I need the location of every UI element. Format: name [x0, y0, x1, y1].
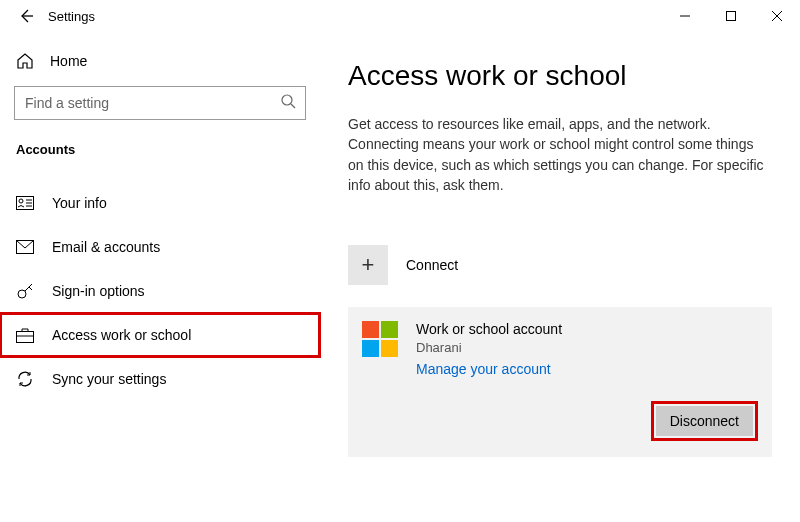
microsoft-logo-icon: [362, 321, 398, 357]
sidebar-item-access-work-school[interactable]: Access work or school: [0, 313, 320, 357]
svg-rect-15: [17, 332, 34, 343]
account-card[interactable]: Work or school account Dharani Manage yo…: [348, 307, 772, 457]
window-title: Settings: [48, 9, 95, 24]
main-panel: Access work or school Get access to reso…: [320, 32, 800, 522]
account-user: Dharani: [416, 340, 562, 355]
briefcase-icon: [16, 326, 34, 344]
connect-button[interactable]: + Connect: [348, 245, 772, 285]
sidebar-item-your-info[interactable]: Your info: [0, 181, 320, 225]
search-input[interactable]: [14, 86, 306, 120]
mail-icon: [16, 238, 34, 256]
svg-point-12: [18, 290, 26, 298]
back-icon[interactable]: [18, 8, 34, 24]
svg-line-13: [25, 284, 32, 291]
sidebar-item-label: Sign-in options: [52, 283, 145, 299]
sidebar-item-label: Access work or school: [52, 327, 191, 343]
sidebar-item-sync[interactable]: Sync your settings: [0, 357, 320, 401]
sync-icon: [16, 370, 34, 388]
page-title: Access work or school: [348, 60, 772, 92]
manage-account-link[interactable]: Manage your account: [416, 361, 562, 377]
svg-rect-1: [727, 12, 736, 21]
disconnect-highlight: Disconnect: [651, 401, 758, 441]
plus-icon: +: [348, 245, 388, 285]
section-header: Accounts: [0, 136, 320, 181]
minimize-button[interactable]: [662, 0, 708, 32]
page-description: Get access to resources like email, apps…: [348, 114, 768, 195]
connect-label: Connect: [406, 257, 458, 273]
home-label: Home: [50, 53, 87, 69]
search-icon: [280, 93, 296, 113]
sidebar-item-signin[interactable]: Sign-in options: [0, 269, 320, 313]
home-icon: [16, 52, 34, 70]
key-icon: [16, 282, 34, 300]
person-card-icon: [16, 194, 34, 212]
maximize-button[interactable]: [708, 0, 754, 32]
sidebar-item-label: Email & accounts: [52, 239, 160, 255]
home-nav[interactable]: Home: [0, 46, 320, 82]
titlebar: Settings: [0, 0, 800, 32]
account-title: Work or school account: [416, 321, 562, 337]
disconnect-button[interactable]: Disconnect: [656, 406, 753, 436]
sidebar-item-label: Your info: [52, 195, 107, 211]
window-controls: [662, 0, 800, 32]
search-container: [14, 86, 306, 120]
svg-line-14: [29, 287, 32, 290]
sidebar-item-email[interactable]: Email & accounts: [0, 225, 320, 269]
svg-point-4: [282, 95, 292, 105]
sidebar-item-label: Sync your settings: [52, 371, 166, 387]
svg-point-7: [19, 199, 23, 203]
svg-line-5: [291, 104, 295, 108]
close-button[interactable]: [754, 0, 800, 32]
sidebar: Home Accounts Your info Email & accounts: [0, 32, 320, 522]
